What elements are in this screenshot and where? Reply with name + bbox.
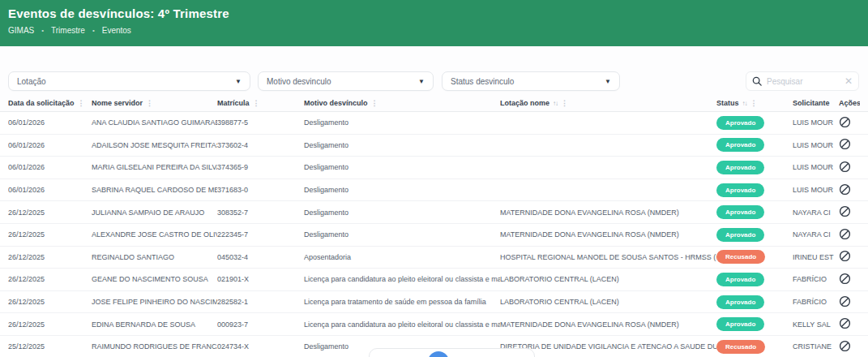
cancel-action-icon[interactable] [839,183,851,196]
cell-matricula: 374365-9 [217,163,304,171]
pagination-active-page[interactable] [428,351,449,357]
search-icon [752,76,762,86]
cell-matricula: 222345-7 [217,230,304,239]
cell-motivo: Desligamento [304,118,500,127]
column-header-5[interactable]: Lotação nome↑↓⋮ [500,99,716,107]
cell-motivo: Desligamento [304,163,500,171]
breadcrumb-gimas[interactable]: GIMAS [8,26,34,35]
status-badge: Aprovado [716,183,764,197]
lotacao-dropdown[interactable]: Lotação ▼ [8,71,250,91]
cell-status: Recusado [716,340,793,354]
cancel-action-icon[interactable] [839,273,851,285]
status-badge: Aprovado [716,295,764,309]
cell-actions [839,340,860,354]
column-menu-icon[interactable]: ⋮ [78,99,85,107]
cell-date: 26/12/2025 [8,320,92,329]
cell-actions [839,161,860,174]
cell-actions [839,250,860,264]
cell-date: 26/12/2025 [8,275,92,283]
motivo-dropdown[interactable]: Motivo desvinculo ▼ [258,71,434,91]
status-badge: Aprovado [716,273,764,286]
table-row: 26/12/2025GEANE DO NASCIMENTO SOUSA02190… [0,269,868,291]
table-body: 06/01/2026ANA CLAUDIA SANTIAGO GUIMARAES… [0,112,868,357]
status-badge: Recusado [716,340,765,354]
cell-lotacao: DIRETORIA DE UNIDADE VIGILANCIA E ATENCA… [500,342,716,351]
cell-name: ADAILSON JOSE MESQUITA FREITAS [92,141,217,149]
breadcrumb-eventos[interactable]: Eventos [102,26,131,35]
column-menu-icon[interactable]: ⋮ [253,99,260,107]
cell-solicitante: FABRÍCIO [793,298,839,306]
chevron-down-icon: ▼ [605,78,611,85]
cell-solicitante: CRISTIANE [793,342,839,351]
cancel-action-icon[interactable] [839,116,851,128]
breadcrumb-trimestre[interactable]: Trimestre [51,26,85,35]
cell-date: 06/01/2026 [8,163,92,171]
table-row: 26/12/2025ALEXANDRE JOSE CASTRO DE OLIVE… [0,224,868,247]
cancel-action-icon[interactable] [839,161,851,173]
cancel-action-icon[interactable] [839,228,851,240]
cancel-action-icon[interactable] [839,205,851,217]
cell-motivo: Desligamento [304,230,500,239]
column-menu-icon[interactable]: ⋮ [561,99,568,107]
cell-status: Aprovado [716,161,793,174]
column-label: Data da solicitação [8,99,75,107]
cell-lotacao: MATERNIDADE DONA EVANGELINA ROSA (NMDER) [500,209,716,217]
sort-icon[interactable]: ↑↓ [742,100,747,107]
breadcrumb-separator: • [92,27,95,34]
cancel-action-icon[interactable] [839,340,851,352]
cancel-action-icon[interactable] [839,295,851,308]
cell-name: JULIANNA SAMPAIO DE ARAUJO [92,209,217,217]
cell-lotacao: MATERNIDADE DONA EVANGELINA ROSA (NMDER) [500,320,716,329]
cancel-action-icon[interactable] [839,138,851,150]
cell-status: Recusado [716,250,793,264]
chevron-down-icon: ▼ [235,78,242,85]
cell-status: Aprovado [716,116,793,130]
cancel-action-icon[interactable] [839,317,851,329]
column-header-4: Motivo desvínculo⋮ [304,99,500,107]
cell-actions [839,295,860,309]
cell-matricula: 373602-4 [217,141,304,149]
cell-motivo: Desligamento [304,209,500,217]
cell-name: SABRINA RAQUEL CARDOSO DE MELO [92,186,217,194]
search-input[interactable] [767,77,840,86]
column-menu-icon[interactable]: ⋮ [750,99,758,107]
search-box: ✕ [746,71,859,91]
column-menu-icon[interactable]: ⋮ [371,99,378,107]
column-header-6[interactable]: Status↑↓⋮ [716,99,793,107]
cell-matricula: 021901-X [217,275,304,283]
status-dropdown[interactable]: Status desvinculo ▼ [442,71,620,91]
table-row: 06/01/2026MARIA GILSELANI PEREIRA DA SIL… [0,157,868,179]
cell-solicitante: FABRÍCIO [793,275,839,283]
cell-status: Aprovado [716,138,793,152]
cell-name: ANA CLAUDIA SANTIAGO GUIMARAES [92,118,217,127]
column-menu-icon[interactable]: ⋮ [146,99,153,107]
cell-motivo: Licença para tratamento de saúde em pess… [304,298,500,306]
status-badge: Aprovado [716,116,764,130]
column-label: Ações [839,99,860,107]
cell-lotacao: HOSPITAL REGIONAL MANOEL DE SOUSA SANTOS… [500,253,716,261]
cell-name: MARIA GILSELANI PEREIRA DA SILVA [92,163,217,171]
cancel-action-icon[interactable] [839,250,851,262]
cell-actions [839,116,860,130]
cell-name: GEANE DO NASCIMENTO SOUSA [92,275,217,283]
clear-search-icon[interactable]: ✕ [844,76,853,86]
cell-status: Aprovado [716,317,793,331]
cell-matricula: 371683-0 [217,186,304,194]
column-header-2: Nome servidor⋮ [92,99,217,107]
cell-lotacao: MATERNIDADE DONA EVANGELINA ROSA (NMDER) [500,230,716,239]
cell-date: 26/12/2025 [8,298,92,306]
cell-matricula: 024734-X [217,342,304,351]
cell-actions [839,317,860,331]
cell-motivo: Licença para candidatura ao pleito eleit… [304,275,500,283]
table-row: 26/12/2025EDINA BERNARDA DE SOUSA000923-… [0,313,868,336]
pagination-bar[interactable] [369,348,535,357]
status-badge: Aprovado [716,228,764,242]
column-header-3: Matrícula⋮ [217,99,304,107]
cell-date: 06/01/2026 [8,141,92,149]
sort-icon[interactable]: ↑↓ [553,100,558,107]
cell-solicitante: LUIS MOUR [793,141,839,149]
cell-lotacao: LABORATORIO CENTRAL (LACEN) [500,298,716,306]
cell-status: Aprovado [716,228,793,242]
table-row: 26/12/2025JULIANNA SAMPAIO DE ARAUJO3083… [0,201,868,224]
breadcrumb-separator: • [41,27,44,34]
